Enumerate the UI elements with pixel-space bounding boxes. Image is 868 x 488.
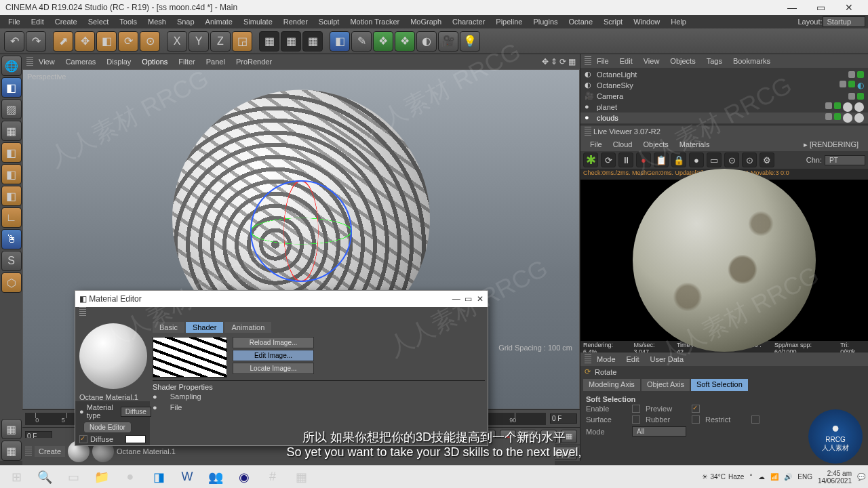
primitive-cube-button[interactable]: ◧: [330, 31, 350, 52]
poly-mode-button[interactable]: ◧: [1, 186, 22, 206]
am-menu-userdata[interactable]: User Data: [645, 354, 690, 365]
vp-menu-options[interactable]: Options: [136, 56, 173, 67]
menu-mograph[interactable]: MoGraph: [405, 16, 447, 27]
me-minimize-button[interactable]: —: [452, 294, 460, 304]
lv-chn-selector[interactable]: PT: [825, 155, 865, 165]
word-icon[interactable]: W: [174, 467, 201, 487]
menu-render[interactable]: Render: [278, 16, 313, 27]
vp-orbit-icon[interactable]: ⟳: [559, 57, 566, 66]
menu-file[interactable]: File: [3, 16, 26, 27]
lv-start-render-button[interactable]: ✱: [583, 152, 598, 167]
object-row-planet[interactable]: ●planet: [580, 102, 868, 113]
select-tool[interactable]: ⬈: [53, 31, 73, 52]
material-tag-icon[interactable]: [854, 113, 864, 123]
tag-icon[interactable]: ◐: [857, 81, 864, 90]
lv-lock-button[interactable]: 🔒: [671, 152, 686, 167]
lv-stop-button[interactable]: ●: [636, 152, 651, 167]
start-button[interactable]: ⊞: [3, 467, 30, 487]
vp-menu-filter[interactable]: Filter: [173, 56, 200, 67]
lv-pick-button[interactable]: ⊙: [724, 152, 739, 167]
menu-script[interactable]: Script: [598, 16, 628, 27]
render-pv-button[interactable]: ▦: [281, 31, 301, 52]
explorer-icon[interactable]: 📁: [88, 467, 115, 487]
environment-button[interactable]: ◐: [416, 31, 437, 52]
task-view-button[interactable]: ▭: [60, 467, 87, 487]
diffuse-color-swatch[interactable]: [125, 435, 146, 443]
menu-pipeline[interactable]: Pipeline: [490, 16, 528, 27]
coord-system-button[interactable]: ◲: [232, 31, 252, 52]
panel-grip-icon[interactable]: [25, 447, 32, 456]
menu-select[interactable]: Select: [83, 16, 115, 27]
system-clock[interactable]: 2:45 am 14/06/2021: [818, 470, 852, 485]
tray-onedrive-icon[interactable]: ☁: [758, 473, 765, 481]
om-menu-edit[interactable]: Edit: [614, 56, 638, 66]
magnet-button[interactable]: ⬡: [1, 272, 22, 293]
locate-image-button[interactable]: Locate Image...: [233, 363, 314, 374]
menu-octane[interactable]: Octane: [564, 16, 598, 27]
slack-icon[interactable]: #: [259, 467, 286, 487]
c4d-icon[interactable]: ◉: [231, 467, 258, 487]
menu-create[interactable]: Create: [50, 16, 83, 27]
lv-sphere-button[interactable]: ●: [689, 152, 704, 167]
menu-animate[interactable]: Animate: [200, 16, 238, 27]
lv-refresh-button[interactable]: ⟳: [601, 152, 616, 167]
node-editor-button[interactable]: Node Editor: [83, 422, 132, 433]
preview-checkbox[interactable]: [692, 405, 700, 413]
globe-icon[interactable]: 🌐: [1, 56, 22, 76]
material-editor-window[interactable]: ◧ Material Editor — ▭ ✕ Octane Material.…: [75, 290, 488, 446]
me-mat-name-field[interactable]: Octane Material.1: [75, 393, 150, 401]
me-tab-animation[interactable]: Animation: [224, 322, 271, 333]
me-maximize-button[interactable]: ▭: [465, 294, 472, 304]
point-mode-button[interactable]: ◧: [1, 142, 22, 163]
texture-mode-button[interactable]: ▨: [1, 99, 22, 119]
mb-tab-create[interactable]: Create: [35, 446, 65, 457]
me-tab-shader[interactable]: Shader: [186, 322, 223, 333]
lv-render-view[interactable]: [580, 180, 868, 341]
palette-extra-2[interactable]: ▦: [1, 441, 22, 461]
menu-tools[interactable]: Tools: [114, 16, 142, 27]
object-row-octanelight[interactable]: ◐OctaneLight: [580, 69, 868, 80]
menu-plugins[interactable]: Plugins: [528, 16, 563, 27]
lv-menu-objects[interactable]: Objects: [637, 139, 673, 150]
menu-snap[interactable]: Snap: [172, 16, 200, 27]
shader-texture-preview[interactable]: [153, 337, 227, 378]
edit-image-button[interactable]: Edit Image...: [233, 350, 314, 361]
tray-language-icon[interactable]: ENG: [797, 473, 812, 481]
lv-menu-cloud[interactable]: Cloud: [608, 139, 638, 150]
render-view-button[interactable]: ▦: [259, 31, 279, 52]
workplane-button[interactable]: ▦: [1, 121, 22, 141]
vp-menu-cameras[interactable]: Cameras: [60, 56, 102, 67]
axis-y-button[interactable]: Y: [189, 31, 209, 52]
lv-pause-button[interactable]: ⏸: [618, 152, 633, 167]
menu-help[interactable]: Help: [665, 16, 692, 27]
lv-menu-file[interactable]: File: [585, 139, 608, 150]
lv-region-button[interactable]: ▭: [707, 152, 722, 167]
app-icon[interactable]: ▦: [288, 467, 315, 487]
axis-mode-button[interactable]: ∟: [1, 207, 22, 228]
search-button[interactable]: 🔍: [31, 467, 58, 487]
diffuse-checkbox[interactable]: [79, 435, 87, 443]
panel-grip-icon[interactable]: [79, 307, 86, 317]
me-tab-basic[interactable]: Basic: [153, 322, 184, 333]
move-tool[interactable]: ✥: [75, 31, 95, 52]
render-settings-button[interactable]: ▦: [302, 31, 323, 52]
attr-tab-soft-selection[interactable]: Soft Selection: [691, 379, 748, 391]
panel-grip-icon[interactable]: [585, 127, 591, 136]
object-row-octanesky[interactable]: ◐OctaneSky◐: [580, 80, 868, 91]
lv-focus-button[interactable]: ⊙: [742, 152, 757, 167]
light-button[interactable]: 💡: [460, 31, 480, 52]
panel-grip-icon[interactable]: [26, 57, 33, 66]
axis-x-button[interactable]: X: [167, 31, 187, 52]
vp-menu-view[interactable]: View: [33, 56, 60, 67]
restrict-checkbox[interactable]: [751, 415, 760, 424]
close-button[interactable]: ✕: [835, 0, 863, 15]
undo-button[interactable]: ↶: [4, 31, 24, 52]
layout-selector[interactable]: Startup: [823, 16, 865, 27]
maximize-button[interactable]: ▭: [807, 0, 834, 15]
om-menu-bookmarks[interactable]: Bookmarks: [728, 56, 776, 66]
vp-menu-display[interactable]: Display: [101, 56, 136, 67]
redo-button[interactable]: ↷: [26, 31, 46, 52]
weather-widget[interactable]: ☀ 34°C Haze: [702, 473, 745, 481]
tray-volume-icon[interactable]: 🔊: [784, 473, 792, 481]
menu-edit[interactable]: Edit: [26, 16, 50, 27]
